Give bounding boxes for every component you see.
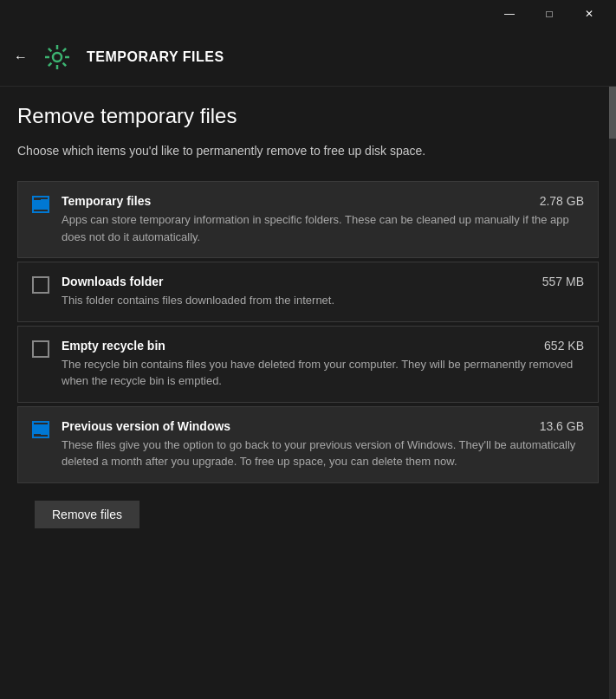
svg-line-8 [49, 62, 52, 66]
scrollbar-thumb[interactable] [609, 87, 616, 139]
svg-line-5 [49, 48, 52, 51]
file-size-empty-recycle-bin: 652 KB [544, 339, 584, 353]
checkbox-inner-temporary-files[interactable] [32, 196, 49, 213]
file-desc-downloads-folder: This folder contains files downloaded fr… [62, 292, 584, 309]
checkbox-inner-downloads-folder[interactable] [32, 276, 49, 294]
svg-point-0 [53, 53, 62, 61]
items-list: Temporary files2.78 GBApps can store tem… [17, 181, 599, 483]
title-bar-controls: — □ ✕ [490, 0, 609, 28]
file-header-row-temporary-files: Temporary files2.78 GB [62, 194, 584, 208]
page-title: Remove temporary files [17, 104, 599, 128]
checkbox-downloads-folder[interactable] [32, 276, 49, 294]
file-item-previous-windows: Previous version of Windows13.6 GBThese … [17, 406, 599, 483]
file-size-downloads-folder: 557 MB [542, 275, 584, 288]
remove-button-wrap: Remove files [17, 487, 599, 542]
file-name-empty-recycle-bin: Empty recycle bin [62, 339, 165, 353]
file-size-previous-windows: 13.6 GB [540, 419, 584, 433]
file-name-previous-windows: Previous version of Windows [62, 419, 230, 433]
file-desc-previous-windows: These files give you the option to go ba… [62, 437, 584, 470]
file-item-temporary-files: Temporary files2.78 GBApps can store tem… [17, 181, 599, 258]
scrollbar[interactable] [609, 87, 616, 699]
page-description: Choose which items you'd like to permane… [17, 142, 599, 160]
checkbox-empty-recycle-bin[interactable] [32, 340, 49, 358]
file-size-temporary-files: 2.78 GB [540, 194, 584, 208]
file-desc-temporary-files: Apps can store temporary information in … [62, 211, 584, 245]
minimize-button[interactable]: — [490, 0, 529, 28]
main-content: Remove temporary files Choose which item… [0, 87, 616, 699]
close-button[interactable]: ✕ [569, 0, 609, 28]
file-info-previous-windows: Previous version of Windows13.6 GBThese … [62, 419, 584, 470]
maximize-button[interactable]: □ [529, 0, 569, 28]
checkbox-inner-empty-recycle-bin[interactable] [32, 340, 49, 358]
file-desc-empty-recycle-bin: The recycle bin contains files you have … [62, 356, 584, 390]
file-name-temporary-files: Temporary files [62, 194, 151, 208]
file-item-downloads-folder: Downloads folder557 MBThis folder contai… [17, 262, 599, 322]
app-header: ← TEMPORARY FILES [0, 28, 616, 87]
checkbox-previous-windows[interactable] [32, 421, 49, 438]
checkbox-inner-previous-windows[interactable] [32, 421, 49, 438]
back-button[interactable]: ← [14, 49, 28, 65]
file-header-row-downloads-folder: Downloads folder557 MB [62, 275, 584, 288]
file-info-empty-recycle-bin: Empty recycle bin652 KBThe recycle bin c… [62, 339, 584, 390]
title-bar: — □ ✕ [0, 0, 616, 28]
gear-icon [42, 42, 73, 73]
remove-files-button[interactable]: Remove files [35, 501, 139, 528]
file-item-empty-recycle-bin: Empty recycle bin652 KBThe recycle bin c… [17, 326, 599, 403]
file-name-downloads-folder: Downloads folder [62, 275, 163, 288]
svg-line-7 [63, 48, 67, 51]
file-header-row-previous-windows: Previous version of Windows13.6 GB [62, 419, 584, 433]
svg-line-6 [63, 62, 67, 66]
file-info-downloads-folder: Downloads folder557 MBThis folder contai… [62, 275, 584, 309]
file-header-row-empty-recycle-bin: Empty recycle bin652 KB [62, 339, 584, 353]
page-header-title: TEMPORARY FILES [87, 49, 224, 65]
file-info-temporary-files: Temporary files2.78 GBApps can store tem… [62, 194, 584, 245]
checkbox-temporary-files[interactable] [32, 196, 49, 213]
